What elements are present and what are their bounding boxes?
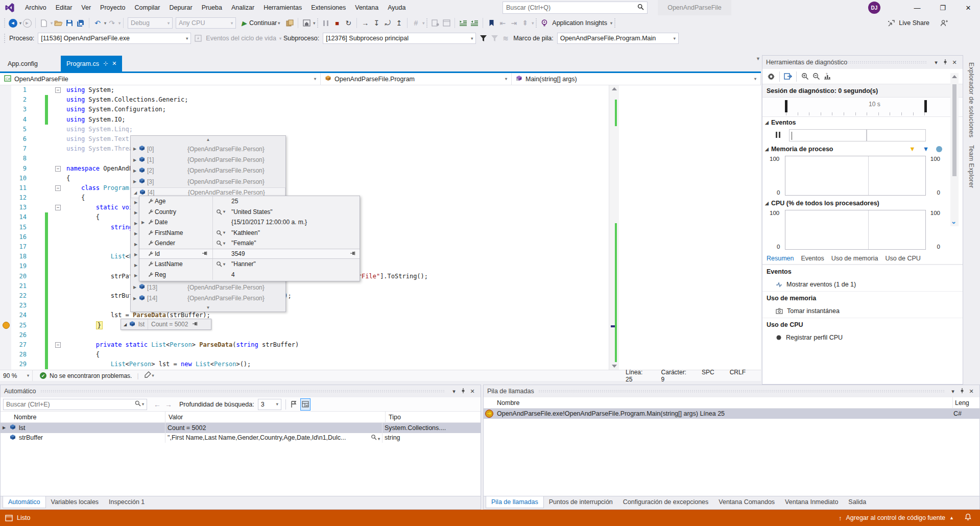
tab-automatico[interactable]: Automático [3,496,46,508]
magnifier-icon[interactable]: ▾ [371,434,380,442]
expander-icon[interactable]: ▶ [133,263,139,268]
datatip-item-3[interactable]: ▶[3]{OpenAndParseFile.Person} [131,176,285,187]
fold-collapse-icon[interactable]: − [55,87,61,93]
diag-tab-resumen[interactable]: Resumen [767,255,794,262]
code-line-25[interactable]: 25 } [0,321,761,330]
thread-combo[interactable]: [12376] Subproceso principal▾ [323,33,476,44]
expander-icon[interactable]: ◢ [131,190,139,195]
scroll-down-chevron-icon[interactable]: ⌄ [951,218,957,225]
source-control-caret-icon[interactable]: ▲ [949,515,954,520]
code-line-14[interactable]: 14 { [0,212,761,222]
autos-grid-header[interactable]: NombreValorTipo [1,412,481,423]
code-line-24[interactable]: 24 lst = ParseData(strBuffer); [0,310,761,320]
menu-item-editar[interactable]: Editar [51,0,77,15]
expander-icon[interactable]: ▶ [133,210,139,215]
menu-item-herramientas[interactable]: Herramientas [259,0,306,15]
application-insights-label[interactable]: Application Insights [552,19,607,27]
code-line-10[interactable]: 10{ [0,174,761,183]
reset-view-chart-icon[interactable]: ? [822,70,832,83]
property-row-lastname[interactable]: LastName▾"Hanner" [139,259,360,270]
timeline-end-marker[interactable] [924,100,927,112]
chevron-down-icon[interactable]: ▾ [314,77,316,81]
diag-tab-uso-de-memoria[interactable]: Uso de memoria [831,255,878,262]
callstack-grid-header[interactable]: NombreLeng [484,397,979,409]
callstack-header[interactable]: Pila de llamadas ▾ ✕ [484,385,979,397]
column-indicator[interactable]: Carácter: 9 [661,369,686,383]
summary-link-registrar-perfil-cpu[interactable]: Registrar perfil CPU [762,331,963,344]
code-line-1[interactable]: 1−using System; [0,85,761,95]
output-window-button[interactable] [441,17,451,29]
datatip-item-1[interactable]: ▶[1]{OpenAndParseFile.Person} [131,154,285,165]
suspend-threads-icon[interactable]: ≋ [500,32,511,44]
summary-link-mostrar-eventos-1-de-1[interactable]: Mostrar eventos (1 de 1) [762,278,963,291]
hex-display-button[interactable]: # [411,17,421,29]
expander-icon[interactable]: ▶ [131,296,139,301]
undo-button[interactable]: ↶ [92,17,103,29]
chevron-down-icon[interactable]: ▾ [754,77,756,81]
increase-indent-button[interactable] [469,17,480,29]
close-icon[interactable]: ✕ [468,388,477,395]
menu-item-proyecto[interactable]: Proyecto [95,0,130,15]
new-file-dropdown[interactable]: ▾ [51,21,53,26]
fold-collapse-icon[interactable]: − [55,205,61,210]
diagnostics-header[interactable]: Herramientas de diagnóstico ▾ ✕ [762,56,963,69]
expander-icon[interactable]: ▶ [131,158,139,162]
datatip-item-13[interactable]: ▶[13]{OpenAndParseFile.Person} [131,282,285,293]
property-row-age[interactable]: Age25 [139,196,360,207]
window-position-dropdown-icon[interactable]: ▾ [948,388,958,395]
filter-threads-icon[interactable] [478,32,488,44]
menu-item-archivo[interactable]: Archivo [20,0,51,15]
lifecycle-events-label[interactable]: Eventos del ciclo de vida [206,35,276,42]
new-file-button[interactable] [39,17,49,29]
menu-item-ver[interactable]: Ver [77,0,95,15]
tab-variables-locales[interactable]: Variables locales [46,496,104,508]
application-insights-dropdown[interactable]: ▾ [610,21,612,26]
scroll-up-icon[interactable] [952,75,957,78]
stack-frame-combo[interactable]: OpenAndParseFile.Program.Main▾ [557,33,679,44]
quick-search[interactable]: Buscar (Ctrl+Q) [503,2,648,14]
tab-ventana-comandos[interactable]: Ventana Comandos [713,496,780,508]
tab-pila-de-llamadas[interactable]: Pila de llamadas [486,496,544,508]
code-line-18[interactable]: 18 List<Person> lst; [0,252,761,261]
search-depth-combo[interactable]: 3▾ [258,399,281,410]
datatip-item-14[interactable]: ▶[14]{OpenAndParseFile.Person} [131,293,285,303]
code-line-17[interactable]: 17 [0,242,761,252]
expander-icon[interactable]: ▶ [133,221,139,226]
code-cleanup-icon[interactable] [144,371,151,380]
code-line-2[interactable]: 2using System.Collections.Generic; [0,95,761,105]
property-row-id[interactable]: Id3549 [139,249,360,259]
menu-item-ventana[interactable]: Ventana [350,0,383,15]
undo-dropdown[interactable]: ▾ [104,21,106,26]
datatip-count-pinned[interactable]: ◢ lst Count = 5002 [121,319,211,330]
live-share-label[interactable]: Live Share [899,19,929,27]
close-icon[interactable]: ✕ [112,60,116,67]
add-source-control-button[interactable]: Agregar al control de código fuente [846,514,946,521]
expander-icon[interactable]: ▶ [133,273,139,278]
menu-item-ayuda[interactable]: Ayuda [383,0,410,15]
export-icon[interactable] [783,70,793,83]
code-line-23[interactable]: 23 [0,301,761,310]
solution-config-combo[interactable]: Debug▾ [128,17,173,29]
restart-button[interactable]: ↻ [343,17,353,29]
tab-ventana-inmediato[interactable]: Ventana Inmediato [780,496,843,508]
hot-reload-button[interactable] [284,17,295,29]
autos-search-input[interactable]: Buscar (Ctrl+E) ▾ [3,399,147,410]
stop-debugging-button[interactable]: ■ [332,17,342,29]
autos-header[interactable]: Automático ▾ ✕ [1,385,481,397]
menu-item-extensiones[interactable]: Extensiones [306,0,350,15]
line-indicator[interactable]: Línea: 25 [626,369,646,383]
expander-icon[interactable]: ▶ [3,425,10,430]
pin-icon[interactable] [202,250,208,258]
problems-text[interactable]: No se encontraron problemas. [50,372,132,379]
spaces-indicator[interactable]: SPC [702,369,714,383]
tab-configuracion-de-excepciones[interactable]: Configuración de excepciones [618,496,713,508]
pin-icon[interactable]: ⊹ [103,60,108,67]
column-header-tipo[interactable]: Tipo [386,414,479,421]
memory-section-header[interactable]: ◢Memoria de proceso ▼ ▼ [762,144,963,155]
datatip-person-popup[interactable]: Age25Country▾"United States"▶Date{15/10/… [139,196,360,281]
diagnostics-timeline[interactable]: 10 s [762,98,963,117]
break-all-button[interactable] [321,17,331,29]
fold-collapse-icon[interactable]: − [55,342,61,348]
window-position-dropdown-icon[interactable]: ▾ [449,388,459,395]
home-dropdown[interactable]: ▾ [313,21,315,26]
